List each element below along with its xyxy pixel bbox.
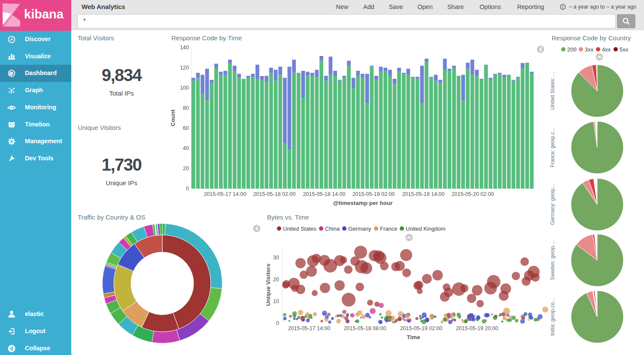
svg-text:@timestamp per hour: @timestamp per hour <box>333 200 393 206</box>
svg-text:2015-05-17 14:00: 2015-05-17 14:00 <box>288 325 331 331</box>
svg-text:2015-05-17 14:00: 2015-05-17 14:00 <box>204 191 246 197</box>
svg-text:20: 20 <box>273 277 279 283</box>
svg-text:India: geoip.co...: India: geoip.co... <box>550 298 556 336</box>
svg-text:2015-05-19 14:00: 2015-05-19 14:00 <box>402 191 445 197</box>
svg-text:100: 100 <box>180 85 189 91</box>
svg-text:Count: Count <box>170 109 176 126</box>
svg-text:10: 10 <box>273 298 279 304</box>
svg-text:40: 40 <box>183 145 189 151</box>
svg-text:2015-05-20 02:00: 2015-05-20 02:00 <box>452 191 494 197</box>
svg-text:United Kingdom: United Kingdom <box>406 226 446 232</box>
svg-text:140: 140 <box>180 45 189 51</box>
svg-text:2015-05-19 02:00: 2015-05-19 02:00 <box>352 191 395 197</box>
svg-text:Sweden: geoip....: Sweden: geoip.... <box>550 241 556 280</box>
svg-text:France: geoip.c...: France: geoip.c... <box>550 128 556 168</box>
svg-text:2015-05-19 02:00: 2015-05-19 02:00 <box>400 325 443 331</box>
svg-text:United States: United States <box>283 226 317 232</box>
svg-text:0: 0 <box>186 186 189 192</box>
svg-text:4xx: 4xx <box>602 46 611 53</box>
svg-text:5xx: 5xx <box>620 46 629 53</box>
svg-text:United States: ...: United States: ... <box>550 72 556 110</box>
svg-text:200: 200 <box>567 46 577 53</box>
svg-text:China: China <box>325 226 340 232</box>
svg-text:Germany: Germany <box>348 226 371 232</box>
svg-text:2015-05-18 02:00: 2015-05-18 02:00 <box>253 191 296 197</box>
svg-text:2015-05-18 08:00: 2015-05-18 08:00 <box>344 325 386 331</box>
svg-text:0: 0 <box>276 320 279 326</box>
svg-text:2015-05-19 20:00: 2015-05-19 20:00 <box>456 325 498 331</box>
svg-text:30: 30 <box>273 255 279 261</box>
svg-text:2015-05-18 14:00: 2015-05-18 14:00 <box>303 191 346 197</box>
svg-text:3xx: 3xx <box>585 46 594 53</box>
svg-text:Unique Visitors: Unique Visitors <box>265 264 271 306</box>
svg-text:France: France <box>380 226 397 232</box>
svg-text:80: 80 <box>183 105 189 111</box>
svg-text:120: 120 <box>180 65 189 71</box>
svg-text:60: 60 <box>183 125 189 131</box>
svg-text:20: 20 <box>183 165 189 171</box>
svg-text:Time: Time <box>407 334 420 340</box>
svg-text:Germany: geoip...: Germany: geoip... <box>550 184 556 225</box>
